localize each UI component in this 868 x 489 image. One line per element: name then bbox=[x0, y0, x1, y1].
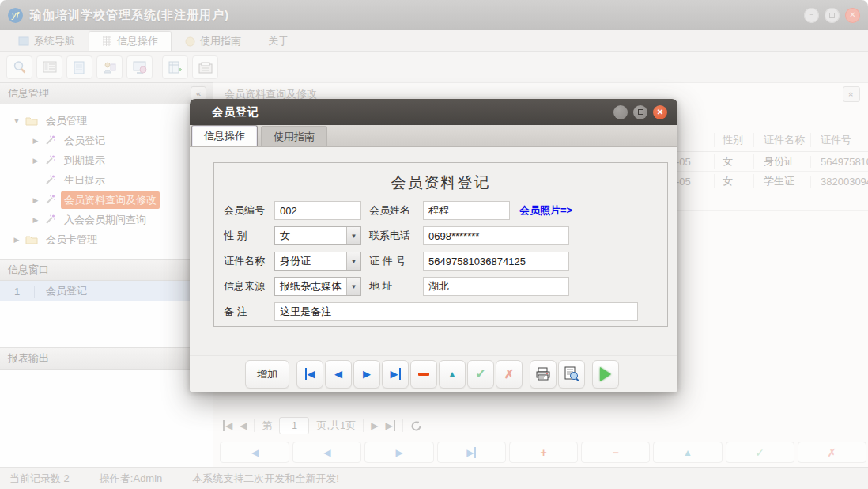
first-page-button[interactable]: ◀ bbox=[223, 420, 232, 431]
cert-name-value: 身份证 bbox=[275, 254, 346, 268]
form-title: 会员资料登记 bbox=[224, 172, 658, 193]
first-record-button[interactable]: ◀ bbox=[296, 360, 323, 389]
dialog-close-button[interactable]: ✕ bbox=[653, 105, 667, 119]
screen: yf 瑜伽培训学校管理系统(非注册用户) − ✕ 系统导航 信息操作 使用指南 bbox=[0, 0, 868, 489]
prev-record-button[interactable]: ◀ bbox=[325, 360, 352, 389]
tree-item-expiry-reminder[interactable]: ▶ 到期提示 bbox=[0, 150, 213, 170]
grid-icon bbox=[102, 36, 112, 46]
dropdown-arrow-icon: ▼ bbox=[346, 227, 360, 244]
expand-arrow-icon[interactable]: ▶ bbox=[13, 236, 21, 244]
table-row[interactable]: -05 女 学生证 3820030945 bbox=[676, 172, 868, 191]
expand-arrow-icon[interactable]: ▶ bbox=[32, 196, 40, 204]
record-add-button[interactable]: + bbox=[509, 442, 578, 463]
user-tool-button[interactable] bbox=[96, 55, 123, 79]
wand-icon bbox=[44, 135, 56, 146]
table-add-tool-button[interactable] bbox=[162, 55, 188, 79]
tree-item-member-query-modify[interactable]: ▶ 会员资料查询及修改 bbox=[0, 190, 213, 210]
first-icon: ◀ bbox=[305, 368, 315, 380]
tab-label: 系统导航 bbox=[34, 34, 75, 48]
expand-arrow-icon[interactable]: ▶ bbox=[32, 216, 40, 224]
cert-name-select[interactable]: 身份证 ▼ bbox=[274, 252, 361, 271]
record-edit-button[interactable]: ▲ bbox=[653, 442, 722, 463]
source-label: 信息来源 bbox=[224, 279, 274, 294]
tree-item-member-card-management[interactable]: ▶ 会员卡管理 bbox=[0, 229, 213, 249]
info-window-row[interactable]: 1 会员登记 bbox=[0, 281, 213, 301]
record-confirm-button[interactable]: ✓ bbox=[726, 442, 794, 463]
edit-record-button[interactable]: ▲ bbox=[439, 360, 466, 389]
tree-item-member-registration[interactable]: ▶ 会员登记 bbox=[0, 131, 213, 150]
phone-input[interactable] bbox=[423, 226, 569, 245]
tab-user-guide[interactable]: 使用指南 bbox=[172, 31, 255, 51]
expand-arrow-icon[interactable]: ▼ bbox=[13, 117, 21, 125]
close-button[interactable]: ✕ bbox=[845, 8, 860, 23]
dialog-tab-user-guide[interactable]: 使用指南 bbox=[261, 126, 327, 146]
last-page-button[interactable]: ▶ bbox=[386, 420, 395, 431]
archive-tool-button[interactable] bbox=[192, 55, 218, 79]
separator bbox=[402, 419, 403, 432]
dialog-minimize-button[interactable]: − bbox=[613, 105, 628, 119]
refresh-button[interactable] bbox=[410, 420, 422, 432]
status-record-count: 当前记录数 2 bbox=[9, 472, 70, 486]
dialog-maximize-button[interactable] bbox=[633, 105, 647, 119]
record-last-button[interactable]: ▶ bbox=[437, 442, 506, 463]
user-icon bbox=[103, 61, 116, 74]
add-button[interactable]: 增加 bbox=[245, 360, 289, 389]
cert-no-input[interactable] bbox=[423, 252, 569, 271]
maximize-button[interactable] bbox=[825, 8, 840, 23]
cell-gender: 女 bbox=[714, 154, 753, 169]
tab-label: 关于 bbox=[268, 34, 289, 48]
tree-item-birthday-reminder[interactable]: 生日提示 bbox=[0, 170, 213, 190]
window-controls: − ✕ bbox=[804, 8, 860, 23]
dialog-tab-info-ops[interactable]: 信息操作 bbox=[191, 125, 258, 146]
sidebar: 信息管理 « ▼ 会员管理 ▶ 会员登记 ▶ bbox=[0, 82, 213, 467]
document-tool-button[interactable] bbox=[66, 55, 92, 79]
app-icon: yf bbox=[8, 8, 23, 23]
search-icon bbox=[13, 60, 27, 74]
tree-item-label: 生日提示 bbox=[61, 172, 108, 189]
print-button[interactable] bbox=[530, 360, 557, 389]
run-button[interactable] bbox=[592, 360, 619, 389]
minimize-button[interactable]: − bbox=[804, 8, 819, 23]
monitor-tool-button[interactable] bbox=[126, 55, 153, 79]
next-record-button[interactable]: ▶ bbox=[353, 360, 380, 389]
tab-label: 使用指南 bbox=[274, 130, 315, 144]
address-input[interactable] bbox=[423, 277, 569, 296]
confirm-button[interactable]: ✓ bbox=[467, 360, 494, 389]
member-name-input[interactable] bbox=[423, 201, 510, 220]
record-delete-button[interactable]: − bbox=[581, 442, 650, 463]
search-tool-button[interactable] bbox=[6, 55, 32, 79]
cancel-button[interactable]: ✗ bbox=[496, 360, 523, 389]
table-add-icon bbox=[168, 61, 182, 74]
member-name-label: 会员姓名 bbox=[369, 203, 423, 218]
remark-label: 备 注 bbox=[224, 305, 274, 319]
expand-arrow-icon[interactable]: ▶ bbox=[32, 137, 40, 145]
wand-icon bbox=[44, 194, 56, 206]
member-no-input[interactable] bbox=[274, 201, 361, 220]
next-page-button[interactable]: ▶ bbox=[371, 420, 378, 431]
form-row: 备 注 bbox=[224, 302, 658, 321]
record-next-button[interactable]: ▶ bbox=[364, 442, 433, 463]
list-tool-button[interactable] bbox=[36, 55, 62, 79]
page-suffix-label: 页,共1页 bbox=[316, 419, 356, 433]
page-number-input[interactable] bbox=[279, 417, 309, 434]
expand-arrow-icon[interactable]: ▶ bbox=[32, 157, 40, 165]
record-first-button[interactable]: ◀ bbox=[220, 442, 289, 463]
refresh-icon bbox=[410, 420, 422, 432]
source-select[interactable]: 报纸杂志媒体 ▼ bbox=[274, 277, 361, 296]
prev-page-button[interactable]: ◀ bbox=[240, 420, 247, 431]
gender-select[interactable]: 女 ▼ bbox=[274, 226, 361, 245]
record-prev-button[interactable]: ◀ bbox=[292, 442, 361, 463]
print-preview-button[interactable] bbox=[558, 360, 585, 389]
last-record-button[interactable]: ▶ bbox=[382, 360, 409, 389]
tab-info-ops[interactable]: 信息操作 bbox=[89, 31, 172, 51]
record-cancel-button[interactable]: ✗ bbox=[798, 442, 866, 463]
tab-about[interactable]: 关于 bbox=[255, 31, 302, 51]
panel-collapse-up-button[interactable]: « bbox=[843, 86, 860, 102]
member-photo-link[interactable]: 会员照片=> bbox=[519, 203, 572, 218]
table-row[interactable]: -05 女 身份证 56497581036 bbox=[676, 152, 868, 172]
tree-item-member-management[interactable]: ▼ 会员管理 bbox=[0, 111, 213, 131]
tab-system-nav[interactable]: 系统导航 bbox=[5, 31, 89, 51]
delete-record-button[interactable] bbox=[410, 360, 437, 389]
tree-item-membership-period-query[interactable]: ▶ 入会会员期间查询 bbox=[0, 210, 213, 229]
remark-input[interactable] bbox=[274, 302, 638, 321]
